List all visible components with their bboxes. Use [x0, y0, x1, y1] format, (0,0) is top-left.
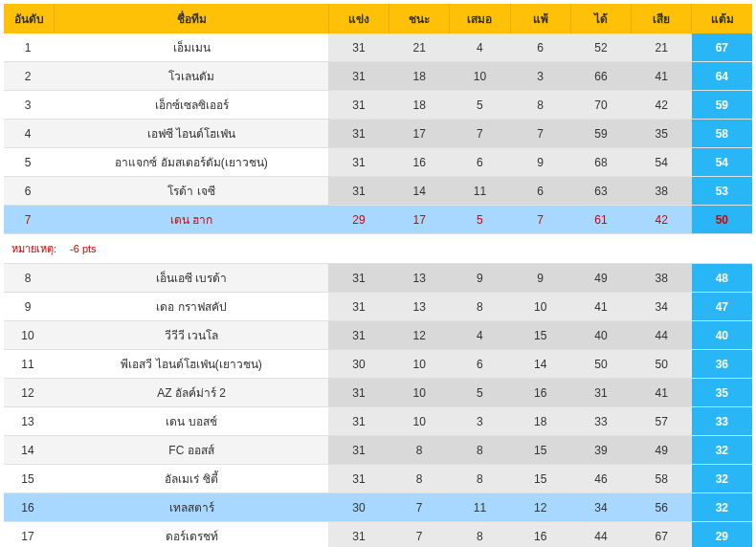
cell-played: 31 — [328, 379, 389, 407]
cell-rank: 9 — [4, 293, 55, 321]
table-row[interactable]: 15อัลเมเร่ ซิตี้318815465832 — [4, 465, 752, 493]
cell-draw: 8 — [450, 436, 510, 465]
cell-draw: 11 — [450, 493, 510, 522]
cell-team: เอ็มเมน — [55, 33, 329, 62]
cell-team: เดอ กราฟสคัป — [55, 293, 329, 321]
cell-team: เอฟซี ไอนด์โฮเฟ่น — [55, 120, 329, 148]
cell-lose: 7 — [510, 206, 570, 234]
cell-lose: 3 — [510, 62, 570, 91]
cell-points: 36 — [692, 350, 752, 379]
cell-played: 31 — [328, 436, 389, 465]
cell-rank: 13 — [4, 407, 55, 436]
cell-played: 31 — [328, 264, 389, 293]
cell-for: 50 — [570, 350, 631, 379]
cell-rank: 5 — [4, 148, 55, 177]
cell-lose: 6 — [510, 33, 570, 62]
cell-rank: 11 — [4, 350, 55, 379]
table-row[interactable]: 10วีวีวี เวนโล3112415404440 — [4, 321, 752, 350]
header-against: เสีย — [632, 4, 692, 33]
cell-rank: 15 — [4, 465, 55, 493]
cell-win: 18 — [389, 91, 450, 120]
cell-win: 7 — [389, 522, 450, 548]
table-row[interactable]: 6โรด้า เจซี3114116633853 — [4, 177, 752, 206]
cell-for: 41 — [570, 293, 631, 321]
table-row[interactable]: 1เอ็มเมน312146522167 — [4, 33, 752, 62]
cell-win: 12 — [389, 321, 450, 350]
cell-team: โวเลนดัม — [55, 62, 329, 91]
cell-win: 10 — [389, 350, 450, 379]
cell-team: อัลเมเร่ ซิตี้ — [55, 465, 329, 493]
cell-played: 31 — [328, 522, 389, 548]
cell-lose: 12 — [510, 493, 570, 522]
cell-for: 44 — [570, 522, 631, 548]
cell-points: 47 — [692, 293, 752, 321]
note-cell: หมายเหตุ: -6 pts — [4, 234, 752, 264]
cell-played: 30 — [328, 493, 389, 522]
cell-rank: 10 — [4, 321, 55, 350]
table-row[interactable]: 5อาแจกซ์ อัมสเตอร์ดัม(เยาวชน)31166968545… — [4, 148, 752, 177]
table-row[interactable]: 4เอฟซี ไอนด์โฮเฟ่น311777593558 — [4, 120, 752, 148]
cell-win: 18 — [389, 62, 450, 91]
cell-team: เดน บอสช์ — [55, 407, 329, 436]
cell-win: 13 — [389, 264, 450, 293]
cell-win: 10 — [389, 379, 450, 407]
table-row[interactable]: 16เทลสตาร์3071112345632 — [4, 493, 752, 522]
cell-for: 40 — [570, 321, 631, 350]
cell-draw: 8 — [450, 522, 510, 548]
cell-for: 70 — [570, 91, 631, 120]
note-row: หมายเหตุ: -6 pts — [4, 234, 752, 264]
table-row[interactable]: 8เอ็นเอซี เบรด้า311399493848 — [4, 264, 752, 293]
cell-played: 31 — [328, 91, 389, 120]
cell-played: 31 — [328, 148, 389, 177]
header-row: อันดับ ชื่อทีม แข่ง ชนะ เสมอ แพ้ ได้ เสี… — [4, 4, 752, 33]
cell-points: 32 — [692, 436, 752, 465]
cell-played: 29 — [328, 206, 389, 234]
cell-against: 35 — [632, 120, 692, 148]
cell-draw: 8 — [450, 465, 510, 493]
table-row[interactable]: 2โวเลนดัม3118103664164 — [4, 62, 752, 91]
cell-points: 35 — [692, 379, 752, 407]
cell-against: 41 — [632, 62, 692, 91]
cell-points: 53 — [692, 177, 752, 206]
cell-rank: 3 — [4, 91, 55, 120]
cell-played: 31 — [328, 33, 389, 62]
cell-against: 38 — [632, 264, 692, 293]
cell-played: 31 — [328, 120, 389, 148]
table-row[interactable]: 12AZ อัลค์ม่าร์ 23110516314135 — [4, 379, 752, 407]
cell-for: 49 — [570, 264, 631, 293]
table-row[interactable]: 7เดน ฮาก291757614250 — [4, 206, 752, 234]
cell-draw: 7 — [450, 120, 510, 148]
cell-for: 34 — [570, 493, 631, 522]
cell-rank: 7 — [4, 206, 55, 234]
cell-team: วีวีวี เวนโล — [55, 321, 329, 350]
table-row[interactable]: 17ดอร์เดรชท์317816446729 — [4, 522, 752, 548]
cell-against: 38 — [632, 177, 692, 206]
cell-against: 56 — [632, 493, 692, 522]
cell-against: 42 — [632, 206, 692, 234]
header-draw: เสมอ — [450, 4, 510, 33]
cell-points: 64 — [692, 62, 752, 91]
cell-played: 31 — [328, 293, 389, 321]
table-row[interactable]: 13เดน บอสช์3110318335733 — [4, 407, 752, 436]
cell-for: 33 — [570, 407, 631, 436]
header-for: ได้ — [570, 4, 631, 33]
cell-points: 54 — [692, 148, 752, 177]
table-row[interactable]: 14FC ออสส์318815394932 — [4, 436, 752, 465]
cell-lose: 6 — [510, 177, 570, 206]
cell-against: 41 — [632, 379, 692, 407]
cell-against: 58 — [632, 465, 692, 493]
table-row[interactable]: 11พีเอสวี ไอนด์โฮเฟ่น(เยาวชน)30106145050… — [4, 350, 752, 379]
cell-team: เดน ฮาก — [55, 206, 329, 234]
cell-win: 8 — [389, 465, 450, 493]
cell-played: 31 — [328, 407, 389, 436]
cell-against: 49 — [632, 436, 692, 465]
cell-win: 14 — [389, 177, 450, 206]
cell-for: 63 — [570, 177, 631, 206]
cell-win: 21 — [389, 33, 450, 62]
table-row[interactable]: 9เดอ กราฟสคัป3113810413447 — [4, 293, 752, 321]
cell-rank: 17 — [4, 522, 55, 548]
cell-points: 58 — [692, 120, 752, 148]
table-row[interactable]: 3เอ็กซ์เซลซิเออร์311858704259 — [4, 91, 752, 120]
cell-for: 68 — [570, 148, 631, 177]
cell-rank: 16 — [4, 493, 55, 522]
